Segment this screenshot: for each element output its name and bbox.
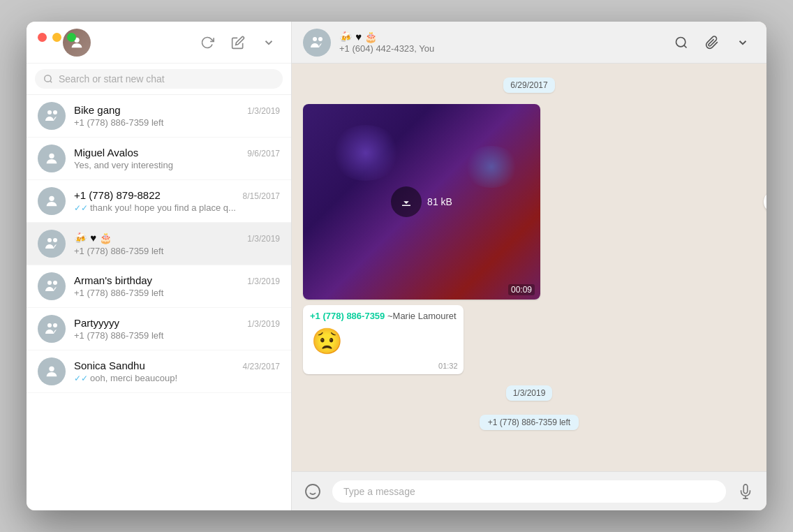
group-icon: [43, 278, 60, 295]
chat-preview: +1 (778) 886-7359 left: [74, 246, 280, 256]
search-chat-button[interactable]: [669, 30, 694, 55]
right-header-icons: [669, 30, 755, 55]
chat-preview: ✓✓ ooh, merci beaucoup!: [74, 373, 280, 383]
date-divider-2: 1/3/2019: [303, 385, 755, 401]
group-icon: [43, 320, 60, 337]
chat-preview: +1 (778) 886-7359 left: [74, 288, 280, 298]
avatar-partyyyyy: [38, 315, 66, 343]
svg-point-7: [47, 238, 52, 242]
search-wrapper[interactable]: [35, 69, 283, 89]
chat-messages: 6/29/2017: [292, 64, 766, 471]
chat-info-armans-birthday: Arman's birthday 1/3/2019 +1 (778) 886-7…: [74, 274, 280, 298]
avatar-active-chat[interactable]: [303, 29, 331, 57]
svg-line-17: [684, 45, 687, 47]
svg-point-5: [49, 154, 54, 158]
svg-point-1: [45, 75, 51, 82]
svg-point-4: [53, 110, 57, 114]
emoji-bubble: +1 (778) 886-7359 ~Marie Lamouret 😟 01:3…: [303, 305, 464, 374]
chat-name: Miguel Avalos: [74, 147, 138, 158]
compose-button[interactable]: [227, 31, 249, 54]
search-icon: [43, 74, 53, 84]
chat-item-emoji-group[interactable]: 🍻 ♥ 🎂 1/3/2019 +1 (778) 886-7359 left: [27, 223, 291, 265]
chat-date: 1/3/2019: [247, 234, 280, 244]
video-bubble: 81 kB 00:09: [303, 104, 540, 300]
menu-button[interactable]: [258, 31, 280, 54]
read-receipt-icon: ✓✓: [74, 203, 88, 213]
more-options-button[interactable]: [730, 30, 755, 55]
chat-date: 1/3/2019: [247, 276, 280, 286]
msg-emoji: 😟: [303, 323, 464, 360]
chat-preview: Yes, and very interesting: [74, 160, 280, 170]
chat-date: 4/23/2017: [243, 362, 280, 371]
chat-date: 1/3/2019: [247, 106, 280, 116]
svg-point-11: [47, 323, 52, 327]
traffic-lights: [38, 33, 76, 42]
svg-point-6: [49, 196, 54, 201]
left-panel: Bike gang 1/3/2019 +1 (778) 886-7359 lef…: [27, 22, 292, 510]
system-message: +1 (778) 886-7359 left: [303, 415, 755, 430]
forward-button[interactable]: [764, 191, 766, 213]
system-badge: +1 (778) 886-7359 left: [480, 415, 579, 430]
msg-sender: +1 (778) 886-7359 ~Marie Lamouret: [303, 305, 464, 323]
svg-line-2: [50, 81, 52, 83]
chat-preview: ✓✓ thank you! hope you find a place q...: [74, 202, 280, 213]
microphone-button[interactable]: [733, 479, 758, 504]
svg-point-13: [49, 367, 54, 371]
chat-item-armans-birthday[interactable]: Arman's birthday 1/3/2019 +1 (778) 886-7…: [27, 265, 291, 308]
svg-point-3: [47, 110, 52, 114]
message-input[interactable]: [332, 480, 726, 503]
person-icon: [44, 364, 59, 379]
microphone-icon: [738, 484, 753, 499]
left-header: [27, 22, 291, 64]
chat-date: 8/15/2017: [243, 191, 280, 201]
emoji-icon: [304, 483, 321, 500]
date-divider: 6/29/2017: [303, 77, 755, 93]
input-area: [292, 471, 766, 510]
video-thumbnail: 81 kB 00:09: [303, 104, 540, 300]
group-icon: [309, 34, 325, 51]
chat-date: 9/6/2017: [247, 149, 280, 158]
chat-list: Bike gang 1/3/2019 +1 (778) 886-7359 lef…: [27, 95, 291, 510]
chat-item-partyyyyy[interactable]: Partyyyyy 1/3/2019 +1 (778) 886-7359 lef…: [27, 308, 291, 350]
right-panel: 🍻 ♥ 🎂 +1 (604) 442-4323, You: [292, 22, 766, 510]
msg-incoming-emoji: +1 (778) 886-7359 ~Marie Lamouret 😟 01:3…: [303, 305, 755, 374]
avatar-sonica: [38, 357, 66, 385]
chat-item-sonica[interactable]: Sonica Sandhu 4/23/2017 ✓✓ ooh, merci be…: [27, 350, 291, 393]
svg-point-14: [313, 37, 317, 41]
video-duration: 00:09: [508, 284, 535, 295]
person-icon: [44, 151, 59, 166]
chat-name: Arman's birthday: [74, 274, 152, 286]
date-badge-2: 1/3/2019: [506, 385, 553, 401]
refresh-button[interactable]: [196, 31, 218, 54]
maximize-button[interactable]: [67, 33, 76, 42]
search-input[interactable]: [59, 73, 274, 84]
chat-info-phone1: +1 (778) 879-8822 8/15/2017 ✓✓ thank you…: [74, 189, 280, 213]
chat-info-emoji-group: 🍻 ♥ 🎂 1/3/2019 +1 (778) 886-7359 left: [74, 232, 280, 256]
chat-item-phone1[interactable]: +1 (778) 879-8822 8/15/2017 ✓✓ thank you…: [27, 180, 291, 223]
search-bar: [27, 64, 291, 95]
svg-point-9: [47, 281, 52, 285]
download-icon: [400, 195, 413, 208]
chat-name: Sonica Sandhu: [74, 360, 145, 371]
svg-point-8: [53, 238, 57, 242]
chat-title: 🍻 ♥ 🎂: [339, 31, 660, 43]
group-icon: [43, 108, 60, 124]
date-badge: 6/29/2017: [503, 77, 554, 93]
minimize-button[interactable]: [52, 33, 61, 42]
chat-item-bike-gang[interactable]: Bike gang 1/3/2019 +1 (778) 886-7359 lef…: [27, 95, 291, 138]
chat-preview: +1 (778) 886-7359 left: [74, 117, 280, 128]
attach-button[interactable]: [699, 30, 725, 55]
close-button[interactable]: [38, 33, 47, 42]
emoji-button[interactable]: [300, 479, 325, 504]
video-size-label: 81 kB: [427, 196, 452, 207]
chat-item-miguel[interactable]: Miguel Avalos 9/6/2017 Yes, and very int…: [27, 138, 291, 180]
msg-time: 01:32: [303, 360, 464, 374]
avatar-phone1: [38, 187, 66, 215]
msg-video: 81 kB 00:09: [303, 104, 755, 300]
avatar-bike-gang: [38, 102, 66, 130]
chat-name: 🍻 ♥ 🎂: [74, 232, 112, 244]
chat-name: Bike gang: [74, 104, 121, 116]
avatar-miguel: [38, 145, 66, 172]
chat-name: Partyyyyy: [74, 317, 119, 329]
download-button[interactable]: [391, 186, 422, 217]
